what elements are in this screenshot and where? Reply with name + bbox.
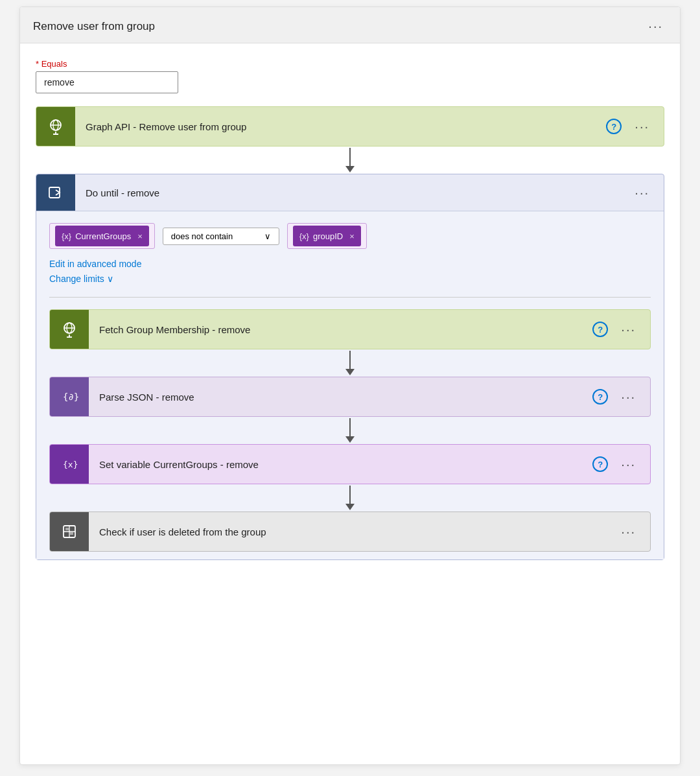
do-until-label: Do until - remove: [75, 187, 631, 198]
set-variable-more-options-button[interactable]: ···: [617, 456, 640, 473]
parse-json-block: {∂} Parse JSON - remove ? ···: [49, 377, 651, 417]
check-block-wrap: Check if user is deleted from the group …: [49, 511, 651, 552]
separator: [49, 297, 651, 298]
parse-json-more-options-button[interactable]: ···: [617, 388, 640, 406]
parse-json-actions: ? ···: [592, 388, 650, 406]
graph-api-label: Graph API - Remove user from group: [75, 121, 606, 132]
check-label: Check if user is deleted from the group: [89, 526, 617, 537]
parse-json-label: Parse JSON - remove: [89, 392, 592, 403]
card-title: Remove user from group: [33, 20, 155, 33]
check-more-options-button[interactable]: ···: [617, 523, 640, 541]
set-variable-block-wrap: {x} Set variable CurrentGroups - remove …: [49, 444, 651, 484]
parse-json-help-button[interactable]: ?: [592, 389, 608, 405]
chevron-down-icon-2: ∨: [107, 274, 113, 284]
header-more-options-button[interactable]: ···: [644, 18, 667, 35]
change-limits-link[interactable]: Change limits ∨: [49, 274, 113, 284]
token-icon: {x}: [62, 231, 71, 241]
group-id-token-wrapper: {x} groupID ×: [287, 223, 367, 249]
main-card: Remove user from group ··· * Equals Grap…: [19, 6, 681, 765]
current-groups-token[interactable]: {x} CurrentGroups ×: [55, 226, 149, 246]
do-until-actions: ···: [631, 184, 664, 202]
fetch-icon: [50, 310, 89, 349]
svg-text:{x}: {x}: [63, 460, 78, 469]
fetch-block-wrap: Fetch Group Membership - remove ? ···: [49, 309, 651, 349]
set-variable-actions: ? ···: [592, 456, 650, 473]
card-header: Remove user from group ···: [20, 7, 680, 43]
current-groups-close[interactable]: ×: [137, 231, 143, 241]
graph-api-help-button[interactable]: ?: [606, 119, 622, 134]
do-until-icon: [36, 174, 75, 211]
current-groups-label: CurrentGroups: [75, 231, 131, 241]
chevron-down-icon: ∨: [264, 231, 271, 241]
current-groups-token-wrapper: {x} CurrentGroups ×: [49, 223, 155, 249]
group-id-token[interactable]: {x} groupID ×: [293, 226, 361, 246]
fetch-block: Fetch Group Membership - remove ? ···: [49, 309, 651, 349]
do-until-more-options-button[interactable]: ···: [631, 184, 653, 202]
check-block: Check if user is deleted from the group …: [49, 511, 651, 552]
parse-json-block-wrap: {∂} Parse JSON - remove ? ···: [49, 377, 651, 417]
fetch-label: Fetch Group Membership - remove: [89, 324, 592, 335]
graph-api-actions: ? ···: [606, 118, 664, 135]
group-id-label: groupID: [313, 231, 343, 241]
fetch-actions: ? ···: [592, 321, 650, 338]
arrow-4: [345, 486, 355, 510]
set-variable-label: Set variable CurrentGroups - remove: [89, 459, 592, 470]
graph-api-more-options-button[interactable]: ···: [631, 118, 653, 135]
equals-label: * Equals: [36, 59, 664, 69]
svg-rect-17: [70, 532, 73, 535]
advanced-mode-link[interactable]: Edit in advanced mode: [49, 259, 141, 269]
operator-label: does not contain: [171, 231, 233, 241]
arrow-3: [345, 418, 355, 443]
group-id-close[interactable]: ×: [349, 231, 355, 241]
change-limits-label: Change limits: [49, 274, 104, 284]
check-icon: [50, 512, 89, 551]
check-actions: ···: [617, 523, 650, 541]
do-until-body: {x} CurrentGroups × does not contain ∨ {…: [36, 211, 664, 559]
set-variable-help-button[interactable]: ?: [592, 456, 608, 472]
set-variable-block: {x} Set variable CurrentGroups - remove …: [49, 444, 651, 484]
parse-json-icon: {∂}: [50, 377, 89, 416]
token-icon-2: {x}: [299, 231, 309, 241]
condition-row: {x} CurrentGroups × does not contain ∨ {…: [49, 223, 651, 249]
fetch-help-button[interactable]: ?: [592, 322, 608, 337]
svg-text:{∂}: {∂}: [63, 392, 78, 402]
svg-rect-5: [49, 187, 60, 198]
inner-blocks: Fetch Group Membership - remove ? ···: [49, 309, 651, 552]
do-until-block: Do until - remove ··· {x} CurrentGroups …: [36, 174, 664, 560]
operator-select[interactable]: does not contain ∨: [163, 228, 279, 245]
fetch-more-options-button[interactable]: ···: [617, 321, 640, 338]
do-until-header: Do until - remove ···: [36, 174, 664, 211]
equals-section: * Equals: [36, 59, 664, 93]
arrow-2: [345, 351, 355, 375]
card-body: * Equals Graph API - Remove user from gr…: [20, 43, 680, 576]
graph-api-icon: [36, 107, 75, 146]
set-variable-icon: {x}: [50, 445, 89, 484]
arrow-1: [36, 148, 664, 172]
equals-input[interactable]: [36, 71, 178, 93]
svg-rect-16: [65, 528, 69, 530]
graph-api-block: Graph API - Remove user from group ? ···: [36, 106, 664, 147]
